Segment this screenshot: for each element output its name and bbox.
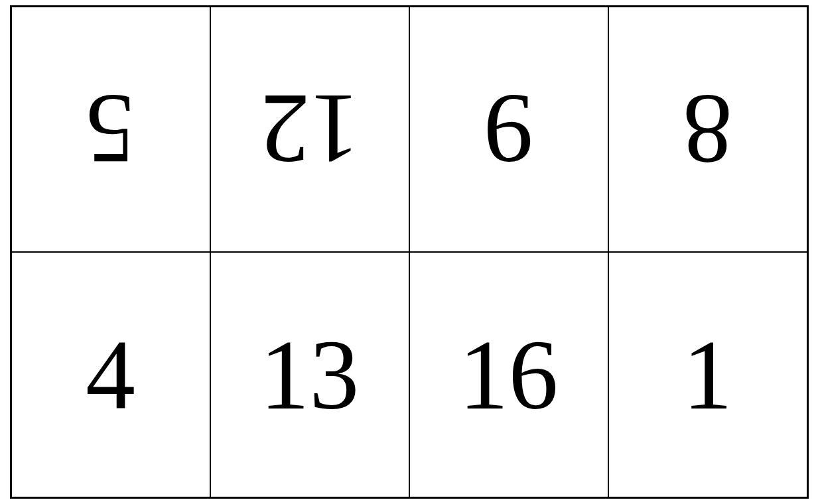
grid-cell: 4 <box>11 252 210 497</box>
grid-cell: 1 <box>608 252 807 497</box>
grid-cell: 8 <box>608 7 807 252</box>
cell-value: 13 <box>260 318 360 432</box>
cell-value: 16 <box>459 318 559 432</box>
grid-cell: 5 <box>11 7 210 252</box>
grid-cell: 16 <box>409 252 608 497</box>
grid-cell: 13 <box>210 252 409 497</box>
cell-value: 1 <box>683 318 732 432</box>
cell-value: 5 <box>86 72 135 186</box>
number-grid: 5 12 9 8 4 13 16 1 <box>10 5 809 499</box>
cell-value: 8 <box>683 72 732 186</box>
cell-value: 9 <box>484 72 533 186</box>
grid-cell: 9 <box>409 7 608 252</box>
cell-value: 4 <box>86 318 135 432</box>
cell-value: 12 <box>260 72 360 186</box>
grid-cell: 12 <box>210 7 409 252</box>
